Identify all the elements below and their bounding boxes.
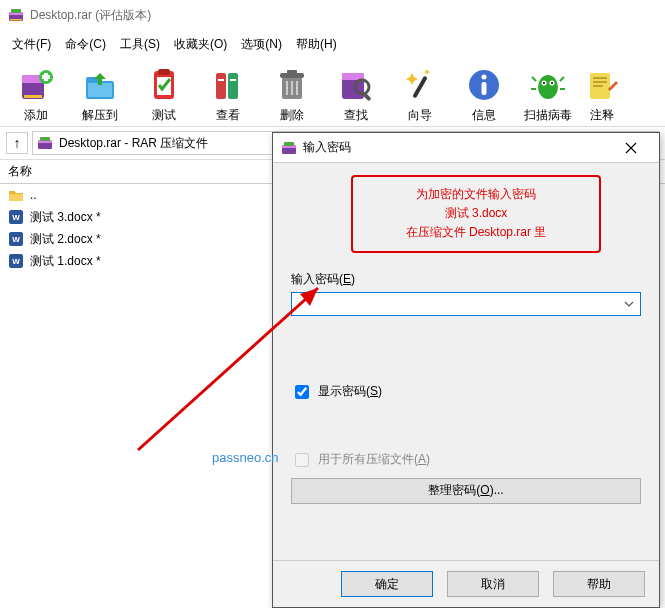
svg-point-32 <box>482 75 487 80</box>
file-name: 测试 1.docx * <box>30 253 101 270</box>
svg-rect-52 <box>284 142 294 146</box>
wizard-icon <box>400 65 440 105</box>
file-name: 测试 3.docx * <box>30 209 101 226</box>
msg-line2: 测试 3.docx <box>365 204 587 223</box>
password-label: 输入密码(E) <box>291 271 641 288</box>
close-button[interactable] <box>611 134 651 162</box>
archive-icon <box>37 135 53 151</box>
menu-fav[interactable]: 收藏夹(O) <box>170 34 231 55</box>
svg-rect-12 <box>88 83 112 97</box>
address-text: Desktop.rar - RAR 压缩文件 <box>59 135 208 152</box>
menu-file[interactable]: 文件(F) <box>8 34 55 55</box>
svg-rect-9 <box>42 75 50 79</box>
find-icon <box>336 65 376 105</box>
svg-rect-15 <box>158 69 170 75</box>
all-archives-input[interactable] <box>295 453 309 467</box>
info-icon <box>464 65 504 105</box>
svg-rect-25 <box>287 70 297 74</box>
svg-rect-24 <box>296 81 298 95</box>
toolbar: 添加 解压到 测试 查看 删除 查找 向导 <box>0 59 665 127</box>
delete-icon <box>272 65 312 105</box>
svg-rect-6 <box>24 95 42 98</box>
msg-line3: 在压缩文件 Desktop.rar 里 <box>365 223 587 242</box>
dialog-title: 输入密码 <box>303 139 605 156</box>
menu-help[interactable]: 帮助(H) <box>292 34 341 55</box>
tb-view[interactable]: 查看 <box>196 65 260 124</box>
svg-line-40 <box>560 77 564 81</box>
extract-icon <box>80 65 120 105</box>
all-archives-checkbox[interactable]: 用于所有压缩文件(A) <box>291 450 641 470</box>
show-password-checkbox[interactable]: 显示密码(S) <box>291 382 641 402</box>
msg-line1: 为加密的文件输入密码 <box>365 185 587 204</box>
password-input[interactable] <box>292 293 618 315</box>
svg-point-34 <box>538 75 558 99</box>
add-icon <box>16 65 56 105</box>
message-box: 为加密的文件输入密码 测试 3.docx 在压缩文件 Desktop.rar 里 <box>351 175 601 253</box>
test-icon <box>144 65 184 105</box>
svg-rect-3 <box>10 19 22 21</box>
menu-options[interactable]: 选项(N) <box>237 34 286 55</box>
winrar-icon <box>8 7 24 23</box>
svg-rect-49 <box>40 137 50 141</box>
svg-line-39 <box>532 77 536 81</box>
cancel-button[interactable]: 取消 <box>447 571 539 597</box>
menu-tools[interactable]: 工具(S) <box>116 34 164 55</box>
docx-icon: W <box>8 231 24 247</box>
col-name: 名称 <box>8 163 32 180</box>
password-combo[interactable] <box>291 292 641 316</box>
docx-icon: W <box>8 253 24 269</box>
tb-scan[interactable]: 扫描病毒 <box>516 65 580 124</box>
menubar: 文件(F) 命令(C) 工具(S) 收藏夹(O) 选项(N) 帮助(H) <box>0 30 665 59</box>
folder-up-icon <box>8 187 24 203</box>
svg-rect-46 <box>593 85 603 87</box>
ok-button[interactable]: 确定 <box>341 571 433 597</box>
comment-icon <box>582 65 622 105</box>
svg-rect-45 <box>593 81 607 83</box>
svg-rect-44 <box>593 77 607 79</box>
svg-rect-19 <box>230 79 236 81</box>
tb-add[interactable]: 添加 <box>4 65 68 124</box>
chevron-down-icon[interactable] <box>618 293 640 315</box>
dialog-titlebar: 输入密码 <box>273 133 659 163</box>
help-button[interactable]: 帮助 <box>553 571 645 597</box>
close-icon <box>625 142 637 154</box>
tb-wizard[interactable]: 向导 <box>388 65 452 124</box>
scan-icon <box>528 65 568 105</box>
main-titlebar: Desktop.rar (评估版本) <box>0 0 665 30</box>
main-title: Desktop.rar (评估版本) <box>30 7 151 24</box>
menu-cmd[interactable]: 命令(C) <box>61 34 110 55</box>
svg-rect-23 <box>291 81 293 95</box>
tb-comment[interactable]: 注释 <box>580 65 624 124</box>
svg-rect-22 <box>286 81 288 95</box>
password-dialog: 输入密码 为加密的文件输入密码 测试 3.docx 在压缩文件 Desktop.… <box>272 132 660 608</box>
file-name: 测试 2.docx * <box>30 231 101 248</box>
svg-rect-33 <box>482 82 487 95</box>
svg-rect-18 <box>218 79 224 81</box>
dialog-body: 为加密的文件输入密码 测试 3.docx 在压缩文件 Desktop.rar 里… <box>273 163 659 560</box>
nav-up[interactable]: ↑ <box>6 132 28 154</box>
tb-info[interactable]: 信息 <box>452 65 516 124</box>
tb-find[interactable]: 查找 <box>324 65 388 124</box>
svg-rect-16 <box>216 73 226 99</box>
dialog-buttons: 确定 取消 帮助 <box>273 560 659 607</box>
svg-rect-17 <box>228 73 238 99</box>
tb-delete[interactable]: 删除 <box>260 65 324 124</box>
parent-dir-label: .. <box>30 188 37 202</box>
tb-extract[interactable]: 解压到 <box>68 65 132 124</box>
show-password-input[interactable] <box>295 385 309 399</box>
winrar-icon <box>281 140 297 156</box>
svg-rect-2 <box>11 9 21 13</box>
svg-point-38 <box>551 82 553 84</box>
manage-passwords-button[interactable]: 整理密码(O)... <box>291 478 641 504</box>
watermark: passneo.cn <box>212 450 279 465</box>
docx-icon: W <box>8 209 24 225</box>
svg-point-37 <box>543 82 545 84</box>
tb-test[interactable]: 测试 <box>132 65 196 124</box>
view-icon <box>208 65 248 105</box>
